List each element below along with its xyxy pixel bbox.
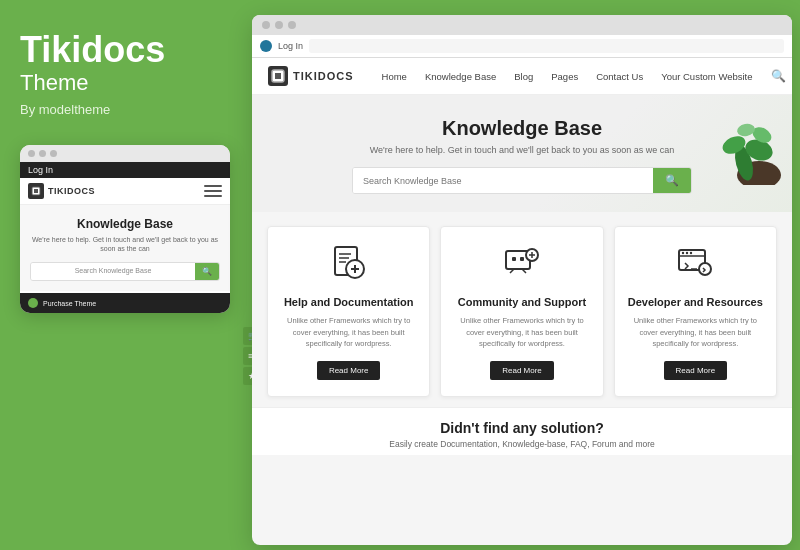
brand-subtitle: Theme — [20, 70, 228, 96]
svg-point-9 — [736, 123, 756, 138]
purchase-label: Purchase Theme — [43, 300, 96, 307]
mobile-hero-text: We're here to help. Get in touch and we'… — [30, 235, 220, 255]
purchase-icon — [28, 298, 38, 308]
mobile-search-bar: Search Knowledge Base 🔍 — [30, 262, 220, 281]
svg-point-23 — [690, 252, 692, 254]
card-community-icon — [502, 243, 542, 283]
mobile-nav-bar: TIKIDOCS — [20, 178, 230, 205]
browser-chrome — [252, 15, 792, 35]
desktop-search-button[interactable]: 🔍 — [653, 168, 691, 193]
desktop-logo-icon — [268, 66, 288, 86]
bottom-cta-title: Didn't find any solution? — [272, 420, 772, 436]
toolbar-login-label: Log In — [278, 41, 303, 51]
left-panel: Tikidocs Theme By modeltheme Log In TIKI… — [0, 0, 248, 550]
desktop-logo-text: TIKIDOCS — [293, 70, 354, 82]
desktop-hero: Knowledge Base We're here to help. Get i… — [252, 95, 792, 212]
card-developer-title: Developer and Resources — [627, 295, 764, 309]
desktop-hero-title: Knowledge Base — [272, 117, 772, 140]
browser-dot-1 — [262, 21, 270, 29]
card-developer-icon — [675, 243, 715, 283]
browser-dot-3 — [288, 21, 296, 29]
svg-rect-16 — [512, 257, 516, 261]
card-help-docs-icon — [329, 243, 369, 283]
card-community-text: Unlike other Frameworks which try to cov… — [453, 315, 590, 349]
nav-contact[interactable]: Contact Us — [596, 71, 643, 82]
hero-plant-decoration — [704, 95, 784, 185]
mobile-purchase-bar: Purchase Theme — [20, 293, 230, 313]
desktop-search-input[interactable] — [353, 168, 653, 193]
nav-custom[interactable]: Your Custom Website — [661, 71, 752, 82]
card-help-docs-title: Help and Documentation — [280, 295, 417, 309]
mobile-logo-icon — [28, 183, 44, 199]
card-community-title: Community and Support — [453, 295, 590, 309]
browser-url-bar — [309, 39, 784, 53]
nav-blog[interactable]: Blog — [514, 71, 533, 82]
card-community: Community and Support Unlike other Frame… — [440, 226, 603, 397]
cards-section: Help and Documentation Unlike other Fram… — [252, 212, 792, 407]
card-community-btn[interactable]: Read More — [490, 361, 554, 380]
mobile-logo-text: TIKIDOCS — [48, 186, 95, 196]
card-developer: Developer and Resources Unlike other Fra… — [614, 226, 777, 397]
mobile-logo-area: TIKIDOCS — [28, 183, 95, 199]
browser-dot-2 — [275, 21, 283, 29]
mobile-preview: Log In TIKIDOCS Knowledge Base We're her… — [20, 145, 230, 314]
mobile-hero-title: Knowledge Base — [30, 217, 220, 231]
dot1 — [28, 150, 35, 157]
browser-toolbar: Log In — [252, 35, 792, 58]
brand-author: By modeltheme — [20, 102, 228, 117]
card-help-docs-btn[interactable]: Read More — [317, 361, 381, 380]
card-help-docs-text: Unlike other Frameworks which try to cov… — [280, 315, 417, 349]
svg-rect-1 — [34, 189, 38, 193]
brand-title: Tikidocs — [20, 30, 228, 70]
bottom-cta: Didn't find any solution? Easily create … — [252, 407, 792, 455]
dot3 — [50, 150, 57, 157]
desktop-search-container: 🔍 — [352, 167, 692, 194]
nav-pages[interactable]: Pages — [551, 71, 578, 82]
card-developer-text: Unlike other Frameworks which try to cov… — [627, 315, 764, 349]
wordpress-icon — [260, 40, 272, 52]
svg-point-21 — [682, 252, 684, 254]
bottom-cta-subtitle: Easily create Documentation, Knowledge-b… — [272, 439, 772, 449]
card-developer-btn[interactable]: Read More — [664, 361, 728, 380]
dot2 — [39, 150, 46, 157]
nav-knowledge-base[interactable]: Knowledge Base — [425, 71, 496, 82]
card-help-docs: Help and Documentation Unlike other Fram… — [267, 226, 430, 397]
mobile-hamburger-icon[interactable] — [204, 185, 222, 197]
mobile-search-input[interactable]: Search Knowledge Base — [31, 263, 195, 280]
svg-rect-3 — [275, 73, 281, 79]
mobile-dots-bar — [20, 145, 230, 162]
mobile-hero: Knowledge Base We're here to help. Get i… — [20, 205, 230, 292]
desktop-nav: TIKIDOCS Home Knowledge Base Blog Pages … — [252, 58, 792, 95]
desktop-logo-area: TIKIDOCS — [268, 66, 354, 86]
desktop-hero-subtitle: We're here to help. Get in touch and we'… — [272, 145, 772, 155]
svg-point-22 — [686, 252, 688, 254]
desktop-preview: Log In TIKIDOCS Home Knowledge Base Blog… — [252, 15, 792, 545]
mobile-search-button[interactable]: 🔍 — [195, 263, 219, 280]
nav-home[interactable]: Home — [382, 71, 407, 82]
desktop-search-icon[interactable]: 🔍 — [771, 69, 786, 83]
svg-rect-17 — [520, 257, 524, 261]
mobile-login-bar: Log In — [20, 162, 230, 178]
